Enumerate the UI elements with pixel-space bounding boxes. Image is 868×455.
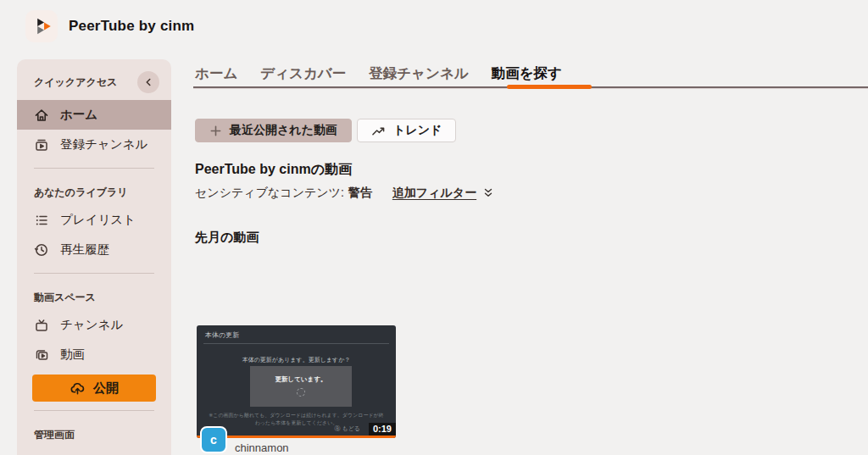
sidebar-item-home[interactable]: ホーム — [17, 100, 171, 130]
tv-icon — [34, 318, 49, 333]
channel-avatar[interactable]: c — [200, 426, 227, 453]
history-icon — [34, 242, 49, 258]
trending-icon — [371, 125, 386, 137]
sidebar-item-label: チャンネル — [60, 317, 123, 333]
thumb-back-label: Ⓑ もどる — [335, 424, 360, 433]
publish-button[interactable]: 公開 — [32, 375, 156, 402]
sidebar-item-label: 動画 — [60, 347, 85, 363]
main-tab-bar: ホーム ディスカバー 登録チャンネル 動画を探す — [195, 64, 562, 83]
trending-label: トレンド — [393, 123, 442, 138]
tab-subscriptions[interactable]: 登録チャンネル — [369, 64, 468, 83]
active-tab-underline — [507, 85, 592, 89]
chevron-double-down-icon[interactable] — [482, 187, 494, 199]
sidebar-divider — [34, 273, 154, 274]
plus-icon — [209, 125, 222, 137]
thumb-screen-prompt: 本体の更新があります。更新しますか？ — [197, 356, 396, 364]
last-month-section-title: 先月の動画 — [195, 230, 259, 246]
sensitive-content-label: センシティブなコンテンツ: — [195, 186, 344, 201]
trending-filter-button[interactable]: トレンド — [357, 119, 456, 142]
thumb-screen-divider — [203, 343, 389, 344]
quick-access-label: クイックアクセス — [34, 75, 117, 90]
tab-browse-videos[interactable]: 動画を探す — [492, 64, 562, 83]
sidebar-item-label: プレイリスト — [60, 212, 136, 228]
chevron-left-icon — [142, 76, 154, 88]
library-section-title: あなたのライブラリ — [17, 177, 171, 205]
publish-button-label: 公開 — [93, 380, 119, 397]
peertube-logo[interactable] — [25, 10, 58, 42]
tab-discover[interactable]: ディスカバー — [260, 64, 346, 83]
video-card: 本体の更新 本体の更新があります。更新しますか？ 更新しています。 ※この画面か… — [197, 325, 396, 438]
sensitive-content-row: センシティブなコンテンツ: 警告 追加フィルター — [195, 186, 494, 201]
sidebar-item-playlists[interactable]: プレイリスト — [17, 205, 171, 235]
sidebar: クイックアクセス ホーム 登録チャンネル あなたのライブラリ プレイリスト 再生… — [17, 59, 171, 455]
sidebar-item-label: ホーム — [60, 107, 97, 123]
sidebar-divider — [34, 410, 154, 411]
videos-icon — [34, 347, 49, 363]
page-title: PeerTube by cinm — [69, 18, 194, 35]
spinner-icon — [297, 388, 305, 397]
thumb-screen-title: 本体の更新 — [205, 330, 239, 340]
video-thumbnail[interactable]: 本体の更新 本体の更新があります。更新しますか？ 更新しています。 ※この画面か… — [197, 325, 396, 438]
thumb-update-box: 更新しています。 — [250, 366, 352, 407]
video-space-section-title: 動画スペース — [17, 282, 171, 310]
subscriptions-icon — [34, 137, 49, 153]
peertube-logo-icon — [32, 17, 51, 36]
sensitive-content-value: 警告 — [348, 186, 372, 201]
sidebar-item-channels[interactable]: チャンネル — [17, 310, 171, 340]
sidebar-collapse-button[interactable] — [137, 71, 159, 93]
recently-added-filter-button[interactable]: 最近公開された動画 — [195, 119, 352, 142]
thumb-update-status: 更新しています。 — [250, 375, 352, 384]
video-duration-badge: 0:19 — [369, 423, 396, 436]
tab-home[interactable]: ホーム — [195, 64, 237, 83]
more-filters-link[interactable]: 追加フィルター — [392, 186, 476, 201]
sidebar-item-label: 登録チャンネル — [60, 136, 147, 153]
sidebar-item-label: 再生履歴 — [60, 241, 109, 258]
admin-section-title: 管理画面 — [17, 419, 171, 447]
playlist-icon — [34, 213, 49, 228]
channel-videos-heading: PeerTube by cinmの動画 — [195, 161, 352, 179]
channel-name[interactable]: chinnamon — [235, 441, 289, 454]
sidebar-divider — [34, 168, 154, 169]
sidebar-item-overview[interactable]: 概要 — [17, 447, 171, 455]
upload-cloud-icon — [70, 380, 86, 397]
recently-added-label: 最近公開された動画 — [230, 123, 337, 138]
sidebar-item-videos[interactable]: 動画 — [17, 340, 171, 369]
home-icon — [34, 108, 49, 123]
sidebar-item-history[interactable]: 再生履歴 — [17, 235, 171, 264]
top-header: PeerTube by cinm — [0, 0, 868, 53]
sidebar-item-subscriptions[interactable]: 登録チャンネル — [17, 130, 171, 159]
